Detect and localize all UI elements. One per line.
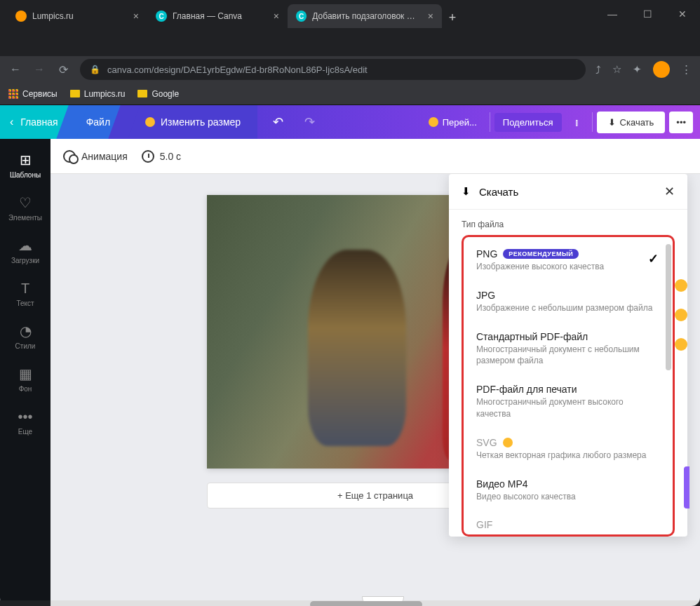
crown-icon (429, 117, 438, 127)
menu-icon[interactable]: ⋮ (681, 63, 692, 76)
sub-toolbar: Анимация 5.0 с (51, 139, 700, 174)
filetype-option-svg[interactable]: SVG Четкая векторная графика любого разм… (466, 429, 670, 470)
share-icon[interactable]: ⤴ (595, 64, 601, 76)
maximize-button[interactable]: ☐ (637, 8, 658, 20)
download-button[interactable]: ⬇ Скачать (597, 112, 666, 133)
filetype-label: Тип файла (462, 220, 675, 229)
text-icon: T (21, 280, 29, 297)
duration-button[interactable]: 5.0 с (142, 150, 181, 163)
undo-button[interactable]: ↶ (264, 110, 292, 134)
more-icon: ••• (18, 408, 32, 425)
filetype-option-jpg[interactable]: JPG Изображение с небольшим размером фай… (466, 281, 670, 323)
crown-icon (145, 117, 155, 127)
background-icon: ▦ (19, 365, 32, 382)
download-icon: ⬇ (608, 117, 616, 128)
filetype-option-gif[interactable]: GIF (466, 511, 670, 532)
check-icon: ✓ (648, 251, 659, 267)
scrollbar-thumb[interactable] (310, 601, 422, 606)
premium-indicators (675, 279, 687, 351)
chevron-left-icon: ‹ (10, 116, 13, 128)
apps-icon (8, 89, 18, 99)
scrollbar[interactable] (666, 244, 671, 370)
elements-icon: ♡ (19, 194, 32, 211)
filetype-option-pdf-std[interactable]: Стандартный PDF-файл Многостраничный док… (466, 323, 670, 376)
rail-more[interactable]: •••Еще (0, 401, 51, 443)
tab-canva-home[interactable]: C Главная — Canva × (147, 4, 288, 28)
uploads-icon: ☁ (18, 237, 32, 254)
animation-icon (63, 150, 76, 163)
download-panel: ⬇ Скачать ✕ Тип файла PNGРЕКОМЕНДУЕМЫЙ И… (449, 174, 687, 537)
side-rail: ⊞Шаблоны ♡Элементы ☁Загрузки TТекст ◔Сти… (0, 139, 51, 600)
tab-canva-design[interactable]: C Добавить подзаголовок — 12 × (288, 4, 442, 28)
tab-title: Главная — Canva (173, 11, 242, 21)
rail-styles[interactable]: ◔Стили (0, 316, 51, 357)
canvas-body: + Еще 1 страница ⬇ Скачать ✕ Тип файла P… (51, 174, 700, 600)
filetype-option-mp4[interactable]: Видео MP4 Видео высокого качества (466, 470, 670, 511)
folder-icon (70, 90, 80, 97)
url-text: canva.com/design/DAE1yrbEgdw/Ed-br8RoNon… (107, 65, 368, 75)
rail-templates[interactable]: ⊞Шаблоны (0, 144, 51, 186)
crown-icon (675, 338, 687, 351)
canvas-area: Анимация 5.0 с + Еще 1 страница ⬇ Скачат… (51, 139, 700, 600)
favicon-icon: C (296, 11, 307, 22)
favicon-icon: C (156, 11, 167, 22)
profile-avatar[interactable] (653, 61, 670, 78)
resize-button[interactable]: Изменить размер (124, 105, 257, 139)
upgrade-button[interactable]: Перей... (420, 113, 485, 132)
reload-button[interactable]: ⟳ (56, 63, 70, 76)
rail-uploads[interactable]: ☁Загрузки (0, 230, 51, 271)
divider (490, 112, 490, 132)
templates-icon: ⊞ (20, 152, 32, 168)
action-button-edge (684, 466, 689, 509)
share-button[interactable]: Поделиться (494, 113, 562, 132)
crown-icon (675, 309, 687, 321)
bookmark-google[interactable]: Google (137, 89, 179, 99)
insights-button[interactable]: ⫿ (566, 113, 588, 132)
editor-area: ⊞Шаблоны ♡Элементы ☁Загрузки TТекст ◔Сти… (0, 139, 700, 600)
close-icon[interactable]: × (428, 11, 433, 22)
folder-icon (137, 90, 147, 97)
close-icon[interactable]: × (133, 11, 139, 22)
filetype-option-png[interactable]: PNGРЕКОМЕНДУЕМЫЙ Изображение высокого ка… (466, 240, 670, 281)
close-icon[interactable]: ✕ (664, 184, 675, 199)
close-icon[interactable]: × (274, 11, 279, 22)
back-button[interactable]: ← (8, 63, 22, 76)
apps-button[interactable]: Сервисы (8, 89, 58, 99)
address-bar: ← → ⟳ 🔒 canva.com/design/DAE1yrbEgdw/Ed-… (0, 56, 700, 83)
tab-lumpics[interactable]: Lumpics.ru × (7, 4, 147, 28)
tab-title: Добавить подзаголовок — 12 (312, 11, 422, 21)
more-button[interactable]: ••• (669, 112, 693, 133)
favicon-icon (15, 11, 27, 22)
browser-tabstrip: Lumpics.ru × C Главная — Canva × C Добав… (0, 0, 595, 28)
panel-title: Скачать (479, 186, 518, 198)
clock-icon (142, 150, 154, 163)
recommended-badge: РЕКОМЕНДУЕМЫЙ (503, 249, 579, 259)
download-panel-header: ⬇ Скачать ✕ (449, 174, 687, 210)
bookmark-lumpics[interactable]: Lumpics.ru (70, 89, 126, 99)
canva-toolbar: ‹ Главная Файл Изменить размер ↶ ↷ Перей… (0, 105, 700, 139)
star-icon[interactable]: ☆ (612, 63, 621, 76)
crown-icon (503, 438, 513, 447)
crown-icon (675, 279, 687, 292)
rail-background[interactable]: ▦Фон (0, 358, 51, 400)
styles-icon: ◔ (20, 323, 32, 339)
rail-elements[interactable]: ♡Элементы (0, 187, 51, 229)
bookmarks-bar: Сервисы Lumpics.ru Google (0, 83, 700, 105)
lock-icon: 🔒 (90, 65, 100, 74)
tab-title: Lumpics.ru (32, 11, 74, 21)
forward-button[interactable]: → (32, 63, 46, 76)
rail-text[interactable]: TТекст (0, 273, 51, 314)
download-icon: ⬇ (462, 185, 471, 198)
url-input[interactable]: 🔒 canva.com/design/DAE1yrbEgdw/Ed-br8RoN… (80, 59, 586, 80)
animation-button[interactable]: Анимация (63, 150, 128, 163)
filetype-dropdown[interactable]: PNGРЕКОМЕНДУЕМЫЙ Изображение высокого ка… (462, 235, 675, 537)
new-tab-button[interactable]: + (442, 7, 463, 28)
extensions-icon[interactable]: ✦ (633, 63, 642, 76)
horizontal-scrollbar[interactable] (51, 600, 700, 606)
divider (592, 112, 593, 132)
redo-button[interactable]: ↷ (296, 110, 323, 134)
minimize-button[interactable]: — (602, 8, 623, 20)
filetype-option-pdf-print[interactable]: PDF-файл для печати Многостраничный доку… (466, 375, 670, 429)
window-close-button[interactable]: ✕ (672, 8, 693, 20)
